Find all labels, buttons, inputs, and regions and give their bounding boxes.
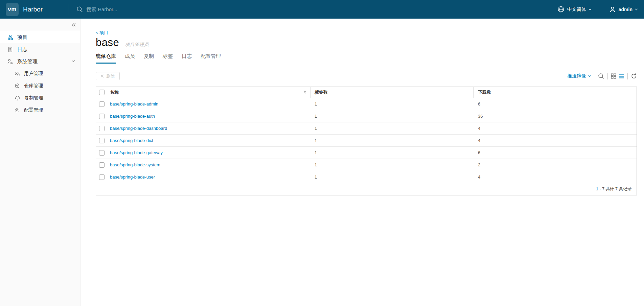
- repository-link[interactable]: base/spring-blade-system: [110, 162, 160, 167]
- row-checkbox[interactable]: [99, 150, 105, 156]
- sidebar-item-label: 配置管理: [24, 107, 43, 113]
- sidebar-item-label: 仓库管理: [24, 83, 43, 89]
- search-input[interactable]: [86, 6, 228, 12]
- gear-icon: [15, 108, 20, 113]
- refresh-icon[interactable]: [631, 73, 637, 79]
- sidebar: 项目 日志 系统管理: [0, 19, 80, 306]
- x-icon: [100, 74, 104, 78]
- tags-count: 1: [310, 110, 474, 122]
- push-image-button[interactable]: 推送镜像: [567, 73, 591, 79]
- table-row: base/spring-blade-gateway 1 6: [96, 147, 637, 159]
- brand: vm Harbor: [0, 3, 69, 16]
- toolbar-divider: [607, 73, 608, 79]
- page-title: base: [96, 37, 119, 49]
- pulls-count: 6: [474, 98, 637, 110]
- repositories-table: 名称 标签数 下载数 base/spring-blade-admin 1 6 b…: [96, 87, 637, 195]
- replication-cloud-sync-icon: [15, 95, 20, 101]
- users-icon: [15, 71, 20, 76]
- project-tabs: 镜像仓库 成员 复制 标签 日志 配置管理: [96, 53, 637, 63]
- sidebar-item-label: 用户管理: [24, 71, 43, 77]
- product-name[interactable]: Harbor: [23, 6, 43, 13]
- repository-link[interactable]: base/spring-blade-admin: [110, 101, 158, 107]
- project-role-label: 项目管理员: [125, 42, 149, 48]
- sidebar-item-label: 项目: [17, 34, 27, 41]
- language-switcher[interactable]: 中文简体: [557, 6, 592, 13]
- search-icon: [76, 6, 83, 13]
- repository-link[interactable]: base/spring-blade-dashboard: [110, 126, 167, 131]
- tab-labels[interactable]: 标签: [163, 53, 173, 64]
- tags-count: 1: [310, 135, 474, 146]
- table-header-row: 名称 标签数 下载数: [96, 87, 637, 98]
- registry-cube-icon: [15, 83, 20, 89]
- user-menu[interactable]: admin: [609, 6, 638, 13]
- chevron-down-icon: [72, 60, 75, 63]
- sidebar-nav: 项目 日志 系统管理: [0, 31, 80, 116]
- tags-count: 1: [310, 171, 474, 183]
- main-content: < 项目 base 项目管理员 镜像仓库 成员 复制 标签 日志 配置管理 删除…: [80, 19, 644, 306]
- pulls-count: 4: [474, 171, 637, 183]
- header-actions: 中文简体 admin: [557, 6, 638, 13]
- vmware-logo[interactable]: vm: [6, 3, 19, 16]
- sidebar-item-administration[interactable]: 系统管理: [0, 55, 80, 68]
- tab-replication[interactable]: 复制: [144, 53, 154, 64]
- repository-link[interactable]: base/spring-blade-auth: [110, 114, 155, 119]
- row-checkbox[interactable]: [99, 174, 105, 180]
- global-search: [76, 6, 557, 13]
- select-all-checkbox[interactable]: [99, 90, 105, 95]
- table-row: base/spring-blade-dict 1 4: [96, 135, 637, 147]
- row-checkbox[interactable]: [99, 126, 105, 131]
- sidebar-collapse-row: [0, 19, 80, 31]
- column-header-name: 名称: [110, 89, 119, 95]
- sidebar-item-projects[interactable]: 项目: [0, 31, 80, 43]
- sidebar-item-logs[interactable]: 日志: [0, 43, 80, 55]
- sidebar-item-replication-management[interactable]: 复制管理: [0, 92, 80, 104]
- pulls-count: 4: [474, 122, 637, 134]
- toolbar-divider: [627, 73, 628, 79]
- repository-link[interactable]: base/spring-blade-user: [110, 174, 155, 180]
- row-checkbox[interactable]: [99, 101, 105, 107]
- tab-members[interactable]: 成员: [125, 53, 135, 64]
- tags-count: 1: [310, 147, 474, 159]
- table-row: base/spring-blade-user 1 4: [96, 171, 637, 183]
- table-row: base/spring-blade-admin 1 6: [96, 98, 637, 110]
- tags-count: 1: [310, 98, 474, 110]
- table-row: base/spring-blade-auth 1 36: [96, 110, 637, 122]
- row-checkbox[interactable]: [99, 114, 105, 119]
- pulls-count: 4: [474, 135, 637, 146]
- tab-configuration[interactable]: 配置管理: [201, 53, 221, 64]
- row-checkbox[interactable]: [99, 138, 105, 143]
- pagination-summary: 1 - 7 共计 7 条记录: [596, 186, 631, 192]
- tab-logs[interactable]: 日志: [182, 53, 192, 64]
- tab-repositories[interactable]: 镜像仓库: [96, 53, 116, 64]
- sidebar-item-label: 复制管理: [24, 95, 43, 101]
- repository-toolbar: 删除 推送镜像: [96, 72, 637, 80]
- table-row: base/spring-blade-dashboard 1 4: [96, 122, 637, 135]
- toolbar-right: 推送镜像: [567, 73, 637, 79]
- collapse-sidebar-icon[interactable]: [71, 22, 76, 27]
- breadcrumb-projects-link[interactable]: < 项目: [96, 30, 108, 36]
- globe-icon: [557, 6, 565, 13]
- column-header-tags: 标签数: [310, 87, 474, 98]
- repository-link[interactable]: base/spring-blade-gateway: [110, 150, 163, 155]
- tags-count: 1: [310, 122, 474, 134]
- filter-icon[interactable]: [303, 91, 307, 94]
- delete-button[interactable]: 删除: [96, 72, 120, 80]
- row-checkbox[interactable]: [99, 162, 105, 168]
- chevron-down-icon: [589, 8, 592, 10]
- card-view-icon[interactable]: [611, 73, 616, 79]
- sidebar-item-label: 系统管理: [17, 58, 38, 65]
- filter-search-icon[interactable]: [598, 73, 604, 79]
- repository-link[interactable]: base/spring-blade-dict: [110, 138, 153, 143]
- title-row: base 项目管理员: [96, 37, 637, 49]
- table-row: base/spring-blade-system 1 2: [96, 159, 637, 171]
- top-header: vm Harbor 中文简体 admin: [0, 0, 644, 19]
- language-label: 中文简体: [567, 6, 586, 13]
- sidebar-item-configuration[interactable]: 配置管理: [0, 104, 80, 116]
- list-view-icon[interactable]: [619, 74, 624, 79]
- sidebar-item-user-management[interactable]: 用户管理: [0, 68, 80, 80]
- sidebar-item-registry-management[interactable]: 仓库管理: [0, 80, 80, 92]
- username-label: admin: [619, 7, 632, 12]
- pulls-count: 6: [474, 147, 637, 159]
- column-header-pulls: 下载数: [474, 87, 637, 98]
- logs-icon: [7, 47, 13, 52]
